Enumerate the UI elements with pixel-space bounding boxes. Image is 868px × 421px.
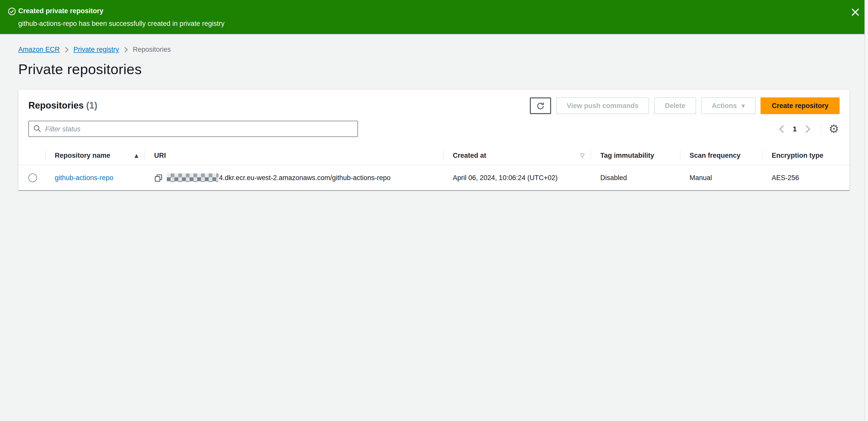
breadcrumb: Amazon ECR Private registry Repositories xyxy=(18,46,850,53)
repository-name-link[interactable]: github-actions-repo xyxy=(55,174,113,182)
column-label: Repository name xyxy=(55,151,110,159)
gear-icon: ⚙ xyxy=(829,122,839,136)
actions-label: Actions xyxy=(712,102,737,110)
breadcrumb-repositories: Repositories xyxy=(133,46,171,53)
resource-count: (1) xyxy=(86,100,97,111)
column-header-tag-immutability: Tag immutability xyxy=(591,146,680,165)
tag-immutability-cell: Disabled xyxy=(591,174,680,182)
chevron-right-icon xyxy=(805,124,811,133)
current-page-number[interactable]: 1 xyxy=(789,125,800,133)
column-header-repository-name[interactable]: Repository name ▲ xyxy=(45,146,145,165)
sort-ascending-icon[interactable]: ▲ xyxy=(134,152,138,158)
column-header-created-at[interactable]: Created at ▽ xyxy=(443,146,591,165)
sort-indicator-icon[interactable]: ▽ xyxy=(580,152,585,158)
refresh-icon xyxy=(536,101,545,110)
column-divider xyxy=(45,150,45,160)
copy-uri-button[interactable] xyxy=(154,173,163,182)
create-repository-button[interactable]: Create repository xyxy=(761,97,840,114)
chevron-left-icon xyxy=(778,124,784,133)
filter-box xyxy=(28,121,358,137)
column-divider xyxy=(762,150,763,160)
encryption-type-cell: AES-256 xyxy=(762,174,850,182)
created-at-cell: April 06, 2024, 10:06:24 (UTC+02) xyxy=(443,174,591,182)
copy-icon xyxy=(154,173,163,182)
column-label: Created at xyxy=(453,151,486,159)
column-divider xyxy=(591,150,591,160)
chevron-right-icon xyxy=(64,47,69,53)
previous-page-button[interactable] xyxy=(775,123,787,134)
scan-frequency-cell: Manual xyxy=(680,174,762,182)
caret-down-icon: ▼ xyxy=(742,103,745,108)
column-label: Tag immutability xyxy=(600,151,654,159)
breadcrumb-amazon-ecr[interactable]: Amazon ECR xyxy=(18,46,60,53)
pagination-divider xyxy=(821,123,822,135)
banner-message: github-actions-repo has been successfull… xyxy=(18,19,224,28)
column-header-scan-frequency: Scan frequency xyxy=(680,146,762,165)
column-header-uri: URI xyxy=(145,146,443,165)
refresh-button[interactable] xyxy=(530,97,551,114)
delete-button[interactable]: Delete xyxy=(654,97,696,114)
pagination: 1 ⚙ xyxy=(775,123,840,135)
row-select-radio[interactable] xyxy=(28,174,37,182)
selection-column-header xyxy=(18,146,45,165)
panel-heading-text: Repositories xyxy=(28,100,84,111)
table-header-row: Repository name ▲ URI Created at ▽ xyxy=(18,146,850,166)
repositories-panel: Repositories (1) View push commands Dele… xyxy=(18,89,850,190)
actions-dropdown-button[interactable]: Actions ▼ xyxy=(701,97,756,114)
success-banner: Created private repository github-action… xyxy=(0,0,868,34)
status-success-icon xyxy=(8,7,16,16)
column-label: Encryption type xyxy=(772,151,824,159)
column-divider xyxy=(443,150,444,160)
column-label: Scan frequency xyxy=(689,151,741,159)
column-header-encryption-type: Encryption type xyxy=(762,146,850,165)
table-settings-button[interactable]: ⚙ xyxy=(829,123,839,134)
column-divider xyxy=(680,150,680,160)
banner-title: Created private repository xyxy=(18,7,224,16)
page-title: Private repositories xyxy=(18,61,850,78)
scrollbar-track[interactable] xyxy=(864,0,868,421)
column-label: URI xyxy=(154,151,166,159)
uri-text: 4.dkr.ecr.eu-west-2.amazonaws.com/github… xyxy=(219,174,391,182)
table-toolbar: View push commands Delete Actions ▼ Crea… xyxy=(530,97,840,114)
chevron-right-icon xyxy=(124,47,128,53)
table-row: github-actions-repo 4.dkr.ecr.eu-west-2.… xyxy=(18,166,850,190)
view-push-commands-button[interactable]: View push commands xyxy=(556,97,649,114)
uri-redacted-account-id xyxy=(167,174,219,182)
repositories-table: Repository name ▲ URI Created at ▽ xyxy=(18,146,850,190)
close-icon xyxy=(850,7,861,18)
banner-close-button[interactable] xyxy=(850,7,861,18)
panel-heading: Repositories (1) xyxy=(28,100,97,111)
next-page-button[interactable] xyxy=(802,123,814,134)
column-divider xyxy=(145,150,145,160)
filter-status-input[interactable] xyxy=(28,121,358,137)
ecr-repositories-page: Created private repository github-action… xyxy=(0,0,868,421)
search-icon xyxy=(33,124,41,133)
breadcrumb-private-registry[interactable]: Private registry xyxy=(73,46,119,53)
